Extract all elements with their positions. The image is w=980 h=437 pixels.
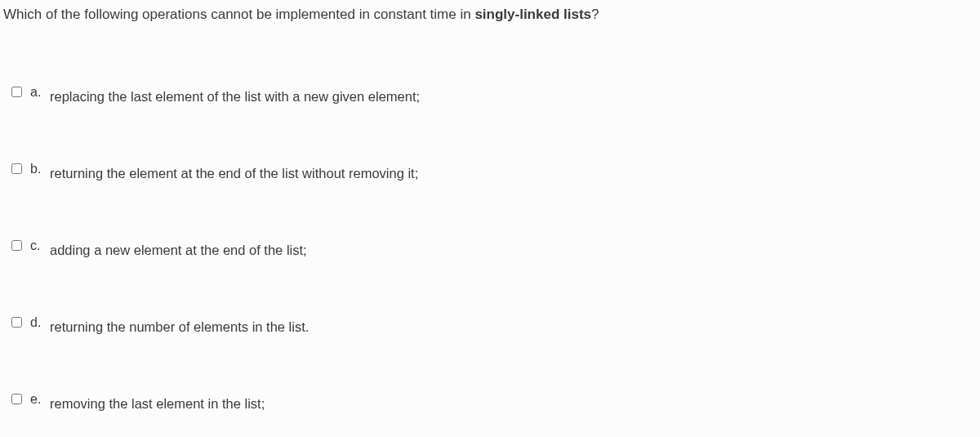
option-b-checkbox[interactable] [11,163,22,174]
option-c-checkbox[interactable] [11,240,22,251]
option-d-text: returning the number of elements in the … [50,318,309,337]
options-list: a. replacing the last element of the lis… [0,82,980,417]
option-e-text: removing the last element in the list; [50,395,265,413]
option-e-checkbox[interactable] [11,394,22,404]
option-e: e. removing the last element in the list… [0,389,980,417]
option-d: d. returning the number of elements in t… [0,312,980,340]
option-b-letter: b. [30,162,45,176]
question-text: Which of the following operations cannot… [0,0,980,25]
option-a-text: replacing the last element of the list w… [50,87,420,106]
option-d-letter: d. [30,315,45,330]
question-bold: singly-linked lists [474,7,591,22]
option-a-letter: a. [30,85,45,100]
question-prefix: Which of the following operations cannot… [3,7,474,22]
option-c-letter: c. [30,239,45,253]
option-b: b. returning the element at the end of t… [0,158,980,186]
option-c: c. adding a new element at the end of th… [0,235,980,263]
option-e-letter: e. [30,392,45,407]
option-b-text: returning the element at the end of the … [50,164,418,183]
option-c-text: adding a new element at the end of the l… [50,241,307,260]
option-a: a. replacing the last element of the lis… [0,82,980,109]
option-d-checkbox[interactable] [11,317,22,328]
question-suffix: ? [591,7,599,22]
option-a-checkbox[interactable] [11,87,22,97]
